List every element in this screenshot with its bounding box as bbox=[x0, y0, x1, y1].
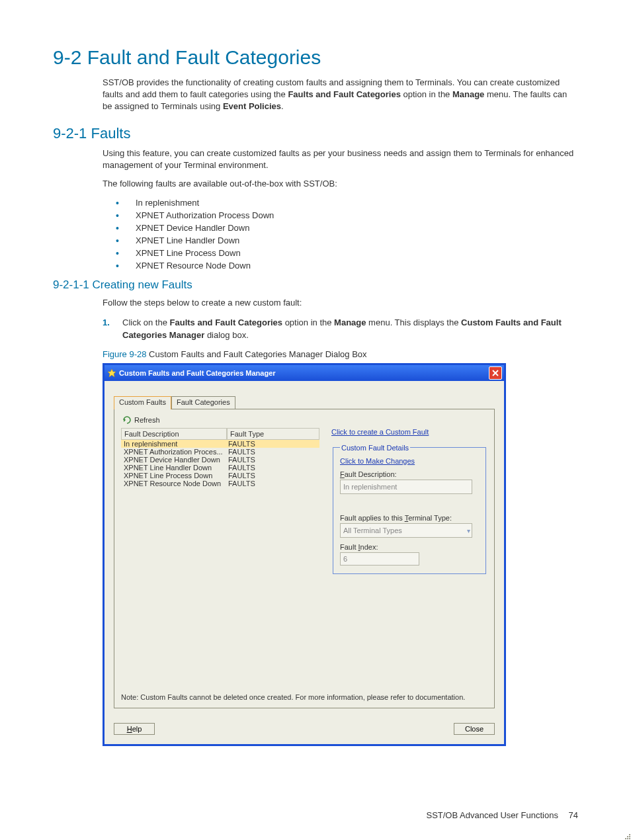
chevron-down-icon: ▾ bbox=[467, 526, 470, 534]
terminal-type-combo[interactable]: ▾ bbox=[340, 523, 472, 538]
cell-type: FAULTS bbox=[226, 464, 319, 472]
text: option in the bbox=[282, 317, 334, 327]
faults-grid[interactable]: Fault Description Fault Type In replenis… bbox=[121, 428, 319, 487]
cell-description: In replenishment bbox=[121, 440, 226, 448]
text-bold: Event Policies bbox=[223, 101, 281, 111]
cell-description: XPNET Authorization Proces... bbox=[121, 448, 226, 456]
figure-number: Figure 9-28 bbox=[103, 349, 146, 359]
table-row[interactable]: XPNET Authorization Proces... FAULTS bbox=[121, 448, 319, 456]
column-header-description[interactable]: Fault Description bbox=[121, 429, 227, 440]
page-number: 74 bbox=[569, 810, 578, 820]
default-faults-list: In replenishment XPNET Authorization Pro… bbox=[116, 196, 578, 272]
accesskey: F bbox=[340, 470, 345, 478]
text: Click on the bbox=[122, 317, 170, 327]
refresh-label: Refresh bbox=[134, 416, 160, 424]
fault-description-label: Fault Description: bbox=[340, 470, 479, 478]
heading-3: 9-2-1-1 Creating new Faults bbox=[53, 278, 578, 292]
accesskey: I bbox=[358, 543, 360, 551]
refresh-icon bbox=[122, 416, 132, 424]
fault-index-label: Fault Index: bbox=[340, 543, 479, 551]
table-row[interactable]: XPNET Resource Node Down FAULTS bbox=[121, 480, 319, 487]
accesskey: H bbox=[127, 725, 132, 733]
text-bold: Faults and Fault Categories bbox=[288, 89, 400, 99]
steps-list: Click on the Faults and Fault Categories… bbox=[103, 315, 578, 345]
table-row[interactable]: XPNET Device Handler Down FAULTS bbox=[121, 456, 319, 464]
paragraph-intro: SST/OB provides the functionality of cre… bbox=[103, 77, 578, 113]
cell-description: XPNET Line Handler Down bbox=[121, 464, 226, 472]
table-row[interactable]: XPNET Line Handler Down FAULTS bbox=[121, 464, 319, 472]
figure-caption: Figure 9-28 Custom Faults and Fault Cate… bbox=[103, 349, 578, 359]
note-text: Note: Custom Faults cannot be deleted on… bbox=[121, 693, 487, 701]
step-item: Click on the Faults and Fault Categories… bbox=[103, 315, 578, 345]
close-button[interactable]: Close bbox=[454, 723, 495, 735]
tab-custom-faults[interactable]: Custom Faults bbox=[114, 396, 171, 409]
help-button[interactable]: Help bbox=[114, 723, 155, 735]
dialog-titlebar[interactable]: Custom Faults and Fault Categories Manag… bbox=[105, 365, 504, 381]
list-item: XPNET Device Handler Down bbox=[116, 222, 578, 234]
text-bold: Faults and Fault Categories bbox=[170, 317, 282, 327]
list-item: XPNET Resource Node Down bbox=[116, 259, 578, 272]
accesskey: T bbox=[405, 514, 409, 522]
figure-title: Custom Faults and Fault Categories Manag… bbox=[146, 349, 366, 359]
tab-panel-custom-faults: Refresh Fault Description Fault Type In … bbox=[114, 409, 495, 708]
paragraph: Follow the steps below to create a new c… bbox=[103, 297, 578, 309]
text-bold: Manage bbox=[452, 89, 484, 99]
dialog-title: Custom Faults and Fault Categories Manag… bbox=[119, 369, 276, 377]
list-item: In replenishment bbox=[116, 196, 578, 209]
cell-type: FAULTS bbox=[226, 480, 319, 487]
custom-faults-dialog: Custom Faults and Fault Categories Manag… bbox=[103, 363, 506, 746]
list-item: XPNET Authorization Process Down bbox=[116, 209, 578, 222]
text-bold: Manage bbox=[334, 317, 366, 327]
cell-description: XPNET Device Handler Down bbox=[121, 456, 226, 464]
create-custom-fault-link[interactable]: Click to create a Custom Fault bbox=[331, 428, 429, 436]
page-footer: SST/OB Advanced User Functions 74 bbox=[426, 810, 578, 820]
text: . bbox=[281, 101, 284, 111]
text: menu. This displays the bbox=[366, 317, 462, 327]
text: dialog box. bbox=[204, 330, 249, 340]
tab-fault-categories[interactable]: Fault Categories bbox=[171, 396, 235, 409]
app-icon bbox=[107, 368, 116, 378]
details-legend: Custom Fault Details bbox=[340, 444, 410, 452]
cell-description: XPNET Line Process Down bbox=[121, 472, 226, 480]
heading-2: 9-2-1 Faults bbox=[53, 125, 578, 142]
list-item: XPNET Line Handler Down bbox=[116, 234, 578, 247]
svg-marker-3 bbox=[124, 418, 126, 422]
refresh-button[interactable]: Refresh bbox=[122, 416, 487, 424]
cell-type: FAULTS bbox=[226, 440, 319, 448]
fault-description-input[interactable] bbox=[340, 480, 472, 494]
cell-description: XPNET Resource Node Down bbox=[121, 480, 226, 487]
paragraph: Using this feature, you can create custo… bbox=[103, 147, 578, 171]
resize-grip-icon[interactable] bbox=[623, 832, 631, 840]
make-changes-link[interactable]: Click to Make Changes bbox=[340, 457, 415, 465]
heading-1: 9-2 Fault and Fault Categories bbox=[53, 46, 578, 69]
fault-index-input[interactable] bbox=[340, 552, 419, 566]
paragraph: The following faults are available out-o… bbox=[103, 178, 578, 190]
tabstrip: Custom Faults Fault Categories bbox=[114, 396, 495, 409]
text: option in the bbox=[401, 89, 452, 99]
cell-type: FAULTS bbox=[226, 472, 319, 480]
table-row[interactable]: XPNET Line Process Down FAULTS bbox=[121, 472, 319, 480]
footer-title: SST/OB Advanced User Functions bbox=[426, 810, 558, 820]
terminal-type-input[interactable] bbox=[340, 523, 472, 538]
cell-type: FAULTS bbox=[226, 456, 319, 464]
table-row[interactable]: In replenishment FAULTS bbox=[121, 440, 319, 448]
svg-marker-0 bbox=[108, 369, 116, 377]
terminal-type-label: Fault applies to this Terminal Type: bbox=[340, 514, 479, 522]
list-item: XPNET Line Process Down bbox=[116, 247, 578, 259]
column-header-type[interactable]: Fault Type bbox=[227, 429, 319, 440]
close-icon[interactable] bbox=[489, 366, 502, 380]
cell-type: FAULTS bbox=[226, 448, 319, 456]
custom-fault-details-group: Custom Fault Details Click to Make Chang… bbox=[333, 444, 486, 574]
